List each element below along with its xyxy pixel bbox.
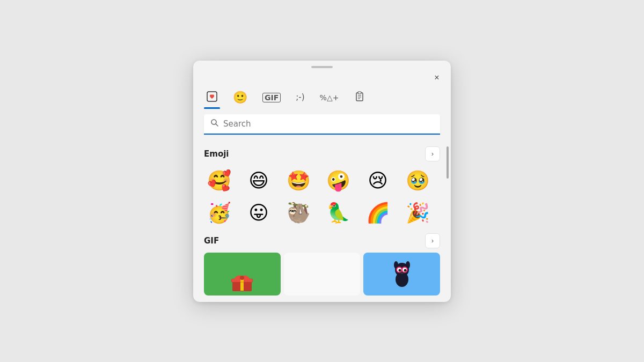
svg-rect-2 [358,92,361,94]
close-button[interactable]: × [429,70,444,85]
emoji-more-button[interactable]: › [425,146,440,161]
search-area [193,108,451,139]
emoji-cell[interactable]: 🎉 [402,198,433,228]
search-icon [210,119,219,129]
content-area: Emoji › 🥰 😄 🤩 🤪 😢 🥹 🥳 😛 🦥 🦜 🌈 🎉 GIF › [193,139,451,302]
emoji-cell[interactable]: 🤪 [323,166,353,196]
scrollbar-track [447,146,449,302]
gif-section-header: GIF › [204,233,440,248]
gif-grid [204,253,440,295]
emoji-cell[interactable]: 🌈 [363,198,393,228]
emoji-cell[interactable]: 🥰 [204,166,234,196]
clipboard-tab-icon [354,91,365,105]
svg-point-24 [400,272,404,274]
emoji-tab-icon: 🙂 [233,92,247,104]
tab-clipboard[interactable] [352,87,368,108]
tab-gif[interactable]: GIF [260,90,283,106]
drag-handle-bar [193,61,451,68]
kaomoji-tab-icon: ;-) [296,93,304,101]
gif-cell-blue[interactable] [363,253,440,295]
tab-emoji[interactable]: 🙂 [231,88,250,107]
tab-kaomoji[interactable]: ;-) [294,90,306,105]
emoji-cell[interactable]: 🦥 [283,198,313,228]
tab-sticker[interactable] [204,87,220,108]
symbols-tab-icon: %△+ [320,94,339,101]
emoji-section-header: Emoji › [204,146,440,161]
svg-line-7 [216,124,218,126]
search-box [204,114,440,135]
emoji-cell[interactable]: 😛 [244,198,274,228]
svg-point-21 [398,269,401,271]
gif-cell-white[interactable] [284,253,361,295]
gif-tab-icon: GIF [262,93,281,102]
emoji-cell[interactable]: 😄 [244,166,274,196]
gif-section-title: GIF [204,236,219,246]
svg-point-14 [240,276,244,280]
emoji-cell[interactable]: 🥳 [204,198,234,228]
emoji-section-title: Emoji [204,149,229,159]
emoji-cell[interactable]: 🦜 [323,198,353,228]
gif-more-button[interactable]: › [425,233,440,248]
emoji-cell[interactable]: 🥹 [402,166,433,196]
emoji-cell[interactable]: 😢 [363,166,393,196]
tab-bar: 🙂 GIF ;-) %△+ [193,85,451,108]
scrollbar-thumb[interactable] [447,146,449,179]
search-input[interactable] [223,119,434,129]
tab-symbols[interactable]: %△+ [318,91,341,105]
title-bar: × [193,68,451,85]
emoji-picker-panel: × 🙂 GIF ;-) %△+ [193,61,451,302]
gif-cell-green[interactable] [204,253,281,295]
svg-point-22 [404,269,406,271]
sticker-tab-icon [206,91,218,105]
close-icon: × [434,73,439,83]
emoji-grid: 🥰 😄 🤩 🤪 😢 🥹 🥳 😛 🦥 🦜 🌈 🎉 [204,166,440,228]
emoji-cell[interactable]: 🤩 [283,166,313,196]
